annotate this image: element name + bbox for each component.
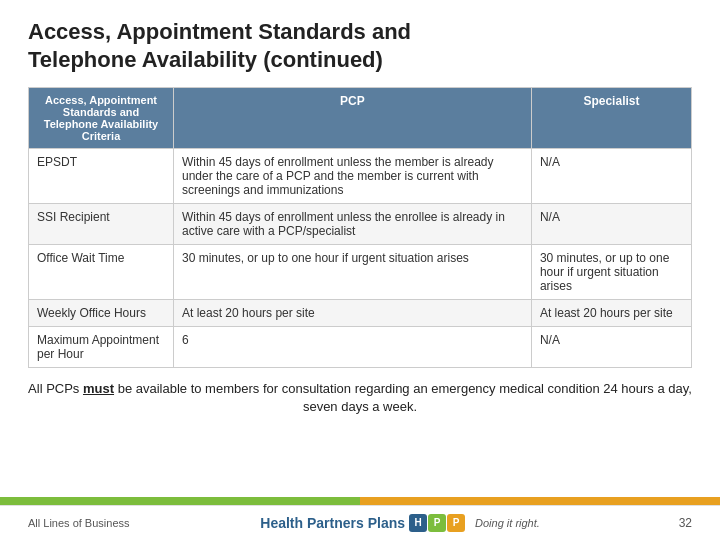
cell-criteria: Maximum Appointment per Hour xyxy=(29,327,174,368)
footer-note: All PCPs must be available to members fo… xyxy=(28,380,692,416)
cell-pcp: 6 xyxy=(174,327,532,368)
criteria-table: Access, Appointment Standards and Teleph… xyxy=(28,87,692,368)
page-number: 32 xyxy=(679,516,692,530)
table-row: Weekly Office HoursAt least 20 hours per… xyxy=(29,300,692,327)
footer-logo-area: Health Partners Plans H P P Doing it rig… xyxy=(260,514,540,532)
footer: All Lines of Business Health Partners Pl… xyxy=(0,505,720,540)
hp-logo: Health Partners Plans H P P xyxy=(260,514,465,532)
hp-logo-text: Health Partners Plans xyxy=(260,515,405,531)
cell-pcp: 30 minutes, or up to one hour if urgent … xyxy=(174,245,532,300)
hp-badge-h: H xyxy=(409,514,427,532)
cell-pcp: At least 20 hours per site xyxy=(174,300,532,327)
table-row: SSI RecipientWithin 45 days of enrollmen… xyxy=(29,204,692,245)
page: Access, Appointment Standards and Teleph… xyxy=(0,0,720,540)
cell-specialist: N/A xyxy=(531,204,691,245)
bottom-bar xyxy=(0,497,720,505)
cell-specialist: 30 minutes, or up to one hour if urgent … xyxy=(531,245,691,300)
table-row: Office Wait Time30 minutes, or up to one… xyxy=(29,245,692,300)
table-row: Maximum Appointment per Hour6N/A xyxy=(29,327,692,368)
cell-pcp: Within 45 days of enrollment unless the … xyxy=(174,149,532,204)
hp-badge: H P P xyxy=(409,514,465,532)
cell-pcp: Within 45 days of enrollment unless the … xyxy=(174,204,532,245)
hp-badge-p2: P xyxy=(447,514,465,532)
cell-criteria: Weekly Office Hours xyxy=(29,300,174,327)
footer-left-label: All Lines of Business xyxy=(28,517,130,529)
doing-right-text: Doing it right. xyxy=(475,517,540,529)
cell-specialist: N/A xyxy=(531,149,691,204)
cell-criteria: SSI Recipient xyxy=(29,204,174,245)
cell-criteria: Office Wait Time xyxy=(29,245,174,300)
col-header-specialist: Specialist xyxy=(531,88,691,149)
col-header-pcp: PCP xyxy=(174,88,532,149)
main-content: Access, Appointment Standards and Teleph… xyxy=(0,0,720,497)
col-header-criteria: Access, Appointment Standards and Teleph… xyxy=(29,88,174,149)
cell-specialist: N/A xyxy=(531,327,691,368)
cell-criteria: EPSDT xyxy=(29,149,174,204)
hp-badge-p: P xyxy=(428,514,446,532)
page-title: Access, Appointment Standards and Teleph… xyxy=(28,18,692,73)
cell-specialist: At least 20 hours per site xyxy=(531,300,691,327)
table-row: EPSDTWithin 45 days of enrollment unless… xyxy=(29,149,692,204)
